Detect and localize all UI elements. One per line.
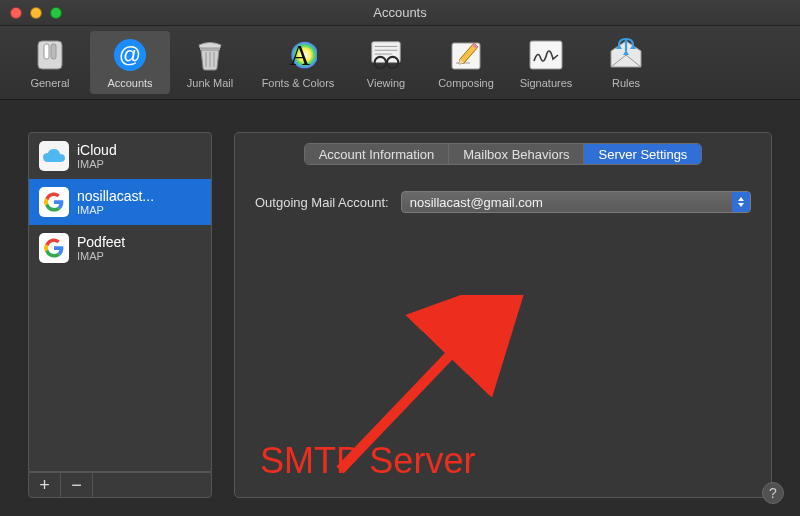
account-protocol: IMAP: [77, 250, 125, 263]
account-protocol: IMAP: [77, 204, 154, 217]
toolbar-junk-mail[interactable]: Junk Mail: [170, 31, 250, 94]
at-sign-icon: @: [111, 36, 149, 74]
icloud-icon: [39, 141, 69, 171]
toolbar-viewing[interactable]: Viewing: [346, 31, 426, 94]
content-area: iCloud IMAP nosillacast... IMAP: [0, 100, 800, 516]
svg-rect-0: [38, 41, 62, 69]
svg-text:@: @: [119, 42, 141, 67]
toolbar-signatures[interactable]: Signatures: [506, 31, 586, 94]
trash-icon: [191, 36, 229, 74]
toolbar-accounts[interactable]: @ Accounts: [90, 31, 170, 94]
account-protocol: IMAP: [77, 158, 117, 171]
account-name: iCloud: [77, 142, 117, 158]
toolbar-general[interactable]: General: [10, 31, 90, 94]
toolbar-fonts-colors[interactable]: A Fonts & Colors: [250, 31, 346, 94]
accounts-list: iCloud IMAP nosillacast... IMAP: [28, 132, 212, 472]
toolbar-accounts-label: Accounts: [107, 77, 152, 89]
panel-body: Outgoing Mail Account: nosillacast@gmail…: [235, 165, 771, 239]
tab-account-information[interactable]: Account Information: [305, 144, 450, 164]
toolbar-composing[interactable]: Composing: [426, 31, 506, 94]
settings-panel: Account Information Mailbox Behaviors Se…: [234, 132, 772, 498]
fonts-colors-icon: A: [279, 36, 317, 74]
svg-rect-2: [51, 44, 56, 59]
updown-arrows-icon: [732, 192, 750, 212]
panel-tabs-wrap: Account Information Mailbox Behaviors Se…: [235, 133, 771, 165]
toolbar-general-label: General: [30, 77, 69, 89]
toolbar-rules[interactable]: Rules: [586, 31, 666, 94]
account-row-podfeet[interactable]: Podfeet IMAP: [29, 225, 211, 271]
toolbar-fonts-colors-label: Fonts & Colors: [262, 77, 335, 89]
help-button[interactable]: ?: [762, 482, 784, 504]
toolbar-composing-label: Composing: [438, 77, 494, 89]
accounts-sidebar: iCloud IMAP nosillacast... IMAP: [28, 132, 212, 498]
google-icon: [39, 233, 69, 263]
switch-icon: [31, 36, 69, 74]
sidebar-footer: + −: [28, 472, 212, 498]
signature-icon: [527, 36, 565, 74]
pencil-icon: [447, 36, 485, 74]
toolbar-viewing-label: Viewing: [367, 77, 405, 89]
google-icon: [39, 187, 69, 217]
title-bar: Accounts: [0, 0, 800, 26]
tab-mailbox-behaviors[interactable]: Mailbox Behaviors: [449, 144, 584, 164]
remove-account-button[interactable]: −: [61, 473, 93, 497]
svg-rect-1: [44, 44, 49, 59]
rules-icon: [607, 36, 645, 74]
panel-tabbar: Account Information Mailbox Behaviors Se…: [304, 143, 703, 165]
outgoing-server-row: Outgoing Mail Account: nosillacast@gmail…: [255, 191, 751, 213]
toolbar-junk-mail-label: Junk Mail: [187, 77, 233, 89]
account-name: nosillacast...: [77, 188, 154, 204]
svg-text:A: A: [289, 40, 310, 71]
account-row-nosillacast[interactable]: nosillacast... IMAP: [29, 179, 211, 225]
window-title: Accounts: [0, 5, 800, 20]
glasses-icon: [367, 36, 405, 74]
toolbar-rules-label: Rules: [612, 77, 640, 89]
account-name: Podfeet: [77, 234, 125, 250]
preferences-toolbar: General @ Accounts Junk Mail: [0, 26, 800, 100]
add-account-button[interactable]: +: [29, 473, 61, 497]
outgoing-mail-select[interactable]: nosillacast@gmail.com: [401, 191, 751, 213]
outgoing-mail-value: nosillacast@gmail.com: [410, 195, 543, 210]
tab-server-settings[interactable]: Server Settings: [584, 144, 701, 164]
outgoing-mail-label: Outgoing Mail Account:: [255, 195, 389, 210]
account-row-icloud[interactable]: iCloud IMAP: [29, 133, 211, 179]
toolbar-signatures-label: Signatures: [520, 77, 573, 89]
